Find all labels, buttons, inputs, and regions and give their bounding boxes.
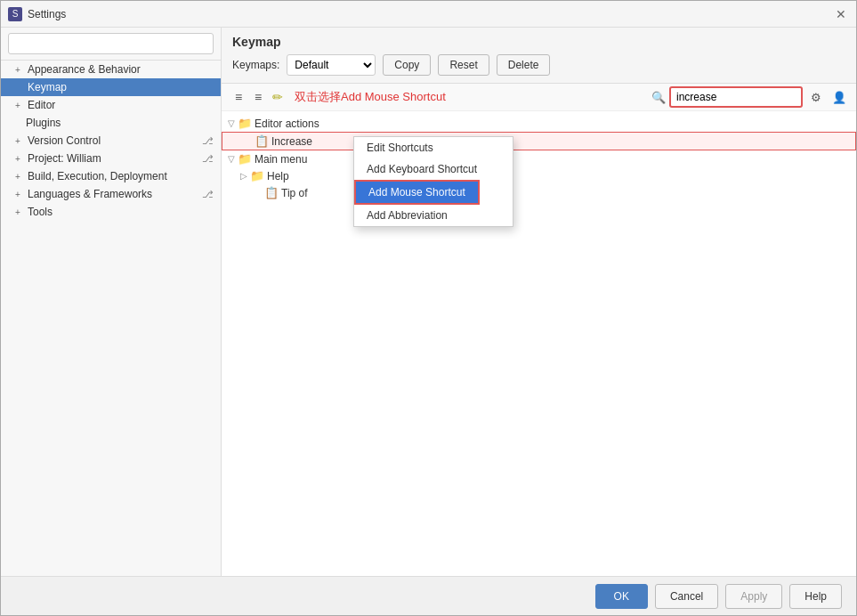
sidebar-item-label: Build, Execution, Deployment: [28, 170, 167, 182]
settings-window: S Settings ✕ + Appearance & Behavior Key…: [0, 0, 857, 616]
sidebar-item-label: Appearance & Behavior: [28, 63, 141, 76]
expand-icon: +: [15, 136, 24, 146]
tree-item-label: Editor actions: [255, 118, 319, 130]
title-bar-left: S Settings: [8, 7, 66, 21]
tree-item-label: Main menu: [255, 153, 307, 166]
sidebar-item-label: Keymap: [28, 81, 67, 93]
tree-item-main-menu[interactable]: ▽ 📁 Main menu: [222, 150, 856, 167]
sidebar-item-label: Editor: [28, 99, 55, 111]
tree-area: ▽ 📁 Editor actions 📋 Increase ▽ 📁 Main m…: [222, 111, 856, 576]
reset-button[interactable]: Reset: [438, 54, 489, 76]
annotation-label: 双击选择Add Mouse Shortcut: [295, 89, 446, 105]
project-icon: ⎇: [202, 153, 214, 165]
delete-button[interactable]: Delete: [497, 54, 551, 76]
toolbar-row: ≡ ≡ ✏ 双击选择Add Mouse Shortcut 🔍 ⚙ 👤: [222, 84, 856, 111]
context-menu-add-keyboard[interactable]: Add Keyboard Shortcut: [354, 158, 513, 180]
sidebar-item-build[interactable]: + Build, Execution, Deployment: [1, 167, 221, 185]
languages-icon: ⎇: [202, 189, 214, 200]
expand-all-button[interactable]: ≡: [229, 87, 248, 107]
sidebar-item-tools[interactable]: + Tools: [1, 203, 221, 221]
title-bar: S Settings ✕: [1, 1, 856, 28]
expand-icon: +: [15, 190, 24, 199]
tree-expand-icon: ▽: [225, 154, 238, 164]
panel-title: Keymap: [232, 35, 845, 49]
context-menu: Edit Shortcuts Add Keyboard Shortcut Add…: [353, 136, 513, 227]
context-menu-add-mouse[interactable]: Add Mouse Shortcut: [354, 180, 480, 205]
sidebar-item-label: Version Control: [28, 134, 101, 147]
right-panel: Keymap Keymaps: Default Copy Reset Delet…: [222, 28, 856, 576]
version-control-icon: ⎇: [202, 135, 214, 147]
search-input[interactable]: [669, 86, 803, 108]
expand-icon: +: [15, 207, 24, 217]
folder-icon: 📁: [238, 117, 252, 130]
context-menu-add-abbreviation[interactable]: Add Abbreviation: [354, 205, 513, 226]
search-area: 🔍 ⚙ 👤: [651, 86, 849, 108]
expand-icon: +: [15, 65, 24, 75]
context-menu-edit-shortcuts[interactable]: Edit Shortcuts: [354, 137, 513, 158]
settings-icon[interactable]: ⚙: [806, 87, 826, 107]
collapse-all-button[interactable]: ≡: [248, 87, 268, 107]
keymap-select[interactable]: Default: [287, 54, 376, 76]
copy-button[interactable]: Copy: [383, 54, 431, 76]
folder-icon: 📁: [238, 152, 252, 166]
person-icon[interactable]: 👤: [829, 87, 849, 107]
sidebar-item-languages[interactable]: + Languages & Frameworks ⎇: [1, 185, 221, 203]
keymap-row: Keymaps: Default Copy Reset Delete: [232, 54, 845, 76]
tree-expand-icon: ▷: [238, 171, 250, 181]
item-icon: 📋: [255, 134, 269, 148]
keymaps-label: Keymaps:: [232, 59, 279, 71]
tree-item-label: Help: [267, 170, 289, 182]
tree-item-editor-actions[interactable]: ▽ 📁 Editor actions: [222, 115, 856, 132]
search-icon: 🔍: [651, 91, 666, 104]
edit-icon-button[interactable]: ✏: [268, 87, 287, 107]
tree-expand-icon: ▽: [225, 118, 238, 128]
sidebar-item-label: Languages & Frameworks: [28, 188, 152, 200]
sidebar: + Appearance & Behavior Keymap + Editor …: [1, 28, 222, 576]
item-icon: 📋: [264, 186, 279, 199]
apply-button[interactable]: Apply: [725, 584, 782, 609]
tree-item-label: Tip of: [281, 187, 308, 199]
expand-icon: +: [15, 154, 24, 164]
sidebar-item-label: Tools: [28, 206, 53, 218]
sidebar-item-version-control[interactable]: + Version Control ⎇: [1, 132, 221, 150]
sidebar-item-project[interactable]: + Project: William ⎇: [1, 150, 221, 167]
tree-item-increase[interactable]: 📋 Increase: [222, 132, 856, 150]
folder-icon: 📁: [250, 169, 264, 182]
sidebar-search-input[interactable]: [8, 33, 214, 54]
main-content: + Appearance & Behavior Keymap + Editor …: [1, 28, 856, 576]
sidebar-item-label: Plugins: [26, 117, 61, 129]
expand-icon: +: [15, 101, 24, 110]
tree-item-label: Increase: [271, 135, 312, 148]
sidebar-item-label: Project: William: [28, 152, 101, 165]
ok-button[interactable]: OK: [595, 584, 648, 609]
expand-icon: +: [15, 172, 24, 182]
help-button[interactable]: Help: [789, 584, 842, 609]
sidebar-item-appearance[interactable]: + Appearance & Behavior: [1, 61, 221, 78]
app-icon: S: [8, 7, 22, 21]
sidebar-item-editor[interactable]: + Editor: [1, 96, 221, 114]
panel-header: Keymap Keymaps: Default Copy Reset Delet…: [222, 28, 856, 84]
bottom-bar: OK Cancel Apply Help: [1, 576, 856, 615]
tree-item-tip-of-day[interactable]: 📋 Tip of: [222, 184, 856, 201]
sidebar-search-area: [1, 28, 221, 61]
sidebar-item-keymap[interactable]: Keymap: [1, 78, 221, 96]
close-button[interactable]: ✕: [833, 6, 849, 22]
sidebar-item-plugins[interactable]: Plugins: [1, 114, 221, 132]
window-title: Settings: [28, 8, 66, 20]
cancel-button[interactable]: Cancel: [655, 584, 718, 609]
tree-item-help[interactable]: ▷ 📁 Help: [222, 167, 856, 184]
